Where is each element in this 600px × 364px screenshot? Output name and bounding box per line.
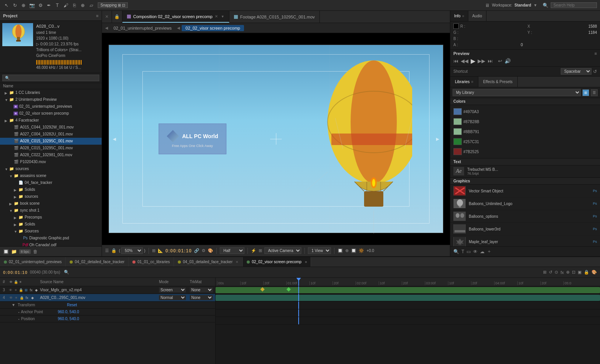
zoom-select[interactable]: 50%100%25% [121, 247, 143, 254]
tree-item-face-tracker[interactable]: ▶ 📄 04_face_tracker [0, 179, 102, 186]
tree-item-precomps[interactable]: ▶ 📁 Precomps [0, 214, 102, 221]
tree-item-sources2[interactable]: ▶ 📁 sources [0, 193, 102, 200]
audio-tab[interactable]: Audio [468, 11, 486, 21]
clone-tool-icon[interactable]: ⎘ [71, 2, 78, 9]
layer-mode-select-3[interactable]: ScreenNormal [159, 287, 186, 292]
camera-tool-icon[interactable]: 📷 [28, 2, 35, 9]
camera-select[interactable]: Active Camera [264, 247, 301, 254]
channel-icon3[interactable]: 🔲 [351, 248, 356, 253]
tree-item-vid1[interactable]: ▶ 🎬 A015_C044_10292W_001.mov [0, 124, 102, 131]
keyframe-icon-3[interactable]: ◆ [34, 288, 38, 292]
color-item-5[interactable]: #7B2525 [453, 147, 597, 156]
tl-ctrl-4[interactable]: fx [560, 270, 564, 275]
tree-item-cc-libs[interactable]: ▶ 📁 1 CC Libraries [0, 89, 102, 96]
tree-item-assasins[interactable]: ▼ 📁 assasins scene [0, 172, 102, 179]
loop-icon[interactable]: ↩ [498, 58, 502, 64]
pen-tool-icon[interactable]: ✒ [45, 2, 52, 9]
tab-close-btn[interactable]: ✕ [102, 11, 112, 23]
list-view-button[interactable]: ☰ [591, 89, 598, 96]
timeline-tab-5[interactable]: 02_02_visor screen precomp ≡ [243, 257, 311, 267]
timeline-tab-1[interactable]: 02_01_uninterrupted_previews [0, 257, 66, 267]
tree-item-sources[interactable]: ▼ 📁 sources [0, 165, 102, 172]
tl-close-icon-4[interactable]: ✕ [236, 260, 239, 264]
cloud-lib-icon[interactable]: ☁ [480, 249, 485, 254]
tl-ctrl-2[interactable]: ↺ [549, 270, 552, 275]
tree-item-vid2[interactable]: ▶ 🎬 A027_C004_10282U_001.mov [0, 131, 102, 138]
layer-row-3[interactable]: 3 👁 ☀ 🔒 ⊞ fx ◆ Visor_Mgfx_grn_v2.mp4 Scr… [0, 286, 215, 294]
step-forward-icon[interactable]: ▶▶ [478, 58, 485, 64]
tab-footage[interactable]: Footage A028_C015_10295C_001.mov [229, 11, 320, 23]
zoom-tool-icon[interactable]: ⊕ [20, 2, 27, 9]
libraries-tab[interactable]: Libraries ≡ [450, 77, 478, 87]
graphic-item-1[interactable]: Vector Smart Object Ps [450, 185, 600, 197]
tl-ctrl-9[interactable]: 🎨 [592, 270, 597, 275]
graphic-item-2[interactable]: Balloons_Unlimited_Logo Ps [450, 197, 600, 210]
tab-comp[interactable]: Composition 02_02_visor screen precomp ✕… [122, 11, 229, 23]
tree-item-facetracker[interactable]: ▶ 📁 4 Facetracker [0, 117, 102, 124]
snapping-button[interactable]: Snapping ⊞ ⊡ [98, 2, 128, 8]
graphic-item-5[interactable]: Maple_leaf_layer Ps [450, 235, 600, 246]
sub-tab-2[interactable]: 02_02_visor screen precomp [182, 25, 244, 31]
tl-ctrl-3[interactable]: ⊙ [555, 270, 558, 275]
timeline-tab-2[interactable]: 04_02_detailed_face_tracker [66, 257, 129, 267]
sub-tab-arrow-left[interactable]: ◀ [105, 26, 108, 30]
workspace-dropdown-icon[interactable]: ▼ [533, 3, 537, 7]
tree-item-vid6[interactable]: ▶ 🎬 P1020430.mov [0, 159, 102, 165]
graphic-item-3[interactable]: Balloons_options Ps [450, 210, 600, 223]
preview-menu-icon[interactable]: ≡ [595, 51, 597, 56]
sub-tab-1[interactable]: 02_01_uninterrupted_previews [110, 25, 175, 31]
tree-item-diag[interactable]: ▶ Ps Diagnostic Graphic.psd [0, 235, 102, 242]
layer-mode-select-4[interactable]: Normal [159, 295, 186, 300]
goto-start-icon[interactable]: ⏮ [453, 58, 458, 64]
transform-reset[interactable]: Reset [67, 303, 77, 307]
grid-icon[interactable]: ⊞ [152, 248, 155, 253]
solo-icon-3[interactable]: ☀ [13, 288, 18, 292]
tree-item-comp02[interactable]: ▶ ▣ 02_02_visor screen precomp [0, 110, 102, 117]
layer-trkmat-select-4[interactable]: None [190, 295, 213, 300]
puppet-tool-icon[interactable]: ⊕ [79, 2, 86, 9]
project-search-input[interactable] [2, 75, 99, 81]
solo-icon-4[interactable]: ☀ [14, 296, 18, 300]
tree-item-comp01[interactable]: ▶ ▣ 02_01_uninterrupted_previews [0, 103, 102, 110]
position-value[interactable]: 960.0, 540.0 [58, 317, 79, 321]
settings-icon[interactable]: ⚙ [37, 2, 44, 9]
color-item-3[interactable]: #8BB791 [453, 127, 597, 136]
tree-item-vid4[interactable]: ▶ 🎬 A028_C015_10295C_001.mov [0, 145, 102, 152]
color-item-4[interactable]: #257C31 [453, 137, 597, 146]
tl-ctrl-6[interactable]: ⊡ [572, 270, 575, 275]
tree-item-sources3[interactable]: ▼ 📁 Sources [0, 228, 102, 235]
view-select[interactable]: 1 View [308, 247, 331, 254]
lock-icon-4[interactable]: 🔒 [19, 296, 24, 300]
ruler-playhead[interactable] [298, 278, 299, 286]
view-lib-icon[interactable]: 👁 [473, 249, 478, 254]
track-bar-3[interactable] [216, 287, 600, 293]
library-select[interactable]: My Library [453, 89, 581, 96]
layer-trkmat-select-3[interactable]: None [190, 287, 213, 292]
graphic-item-4[interactable]: Balloons_lower3rd Ps [450, 223, 600, 235]
select-tool-icon[interactable]: ↖ [3, 2, 10, 9]
tl-ctrl-7[interactable]: ▣ [578, 270, 582, 275]
tree-item-sync-shot[interactable]: ▼ 📁 sync shot 1 [0, 207, 102, 214]
tree-item-book-scene[interactable]: ▶ 📁 book scene [0, 200, 102, 207]
search-tl-icon[interactable]: 🔍 [64, 270, 69, 275]
libraries-menu-icon[interactable]: ≡ [471, 80, 473, 84]
step-back-icon[interactable]: ◀◀ [461, 58, 468, 64]
shape-tool-icon[interactable]: ▱ [88, 2, 95, 9]
exposure-icon[interactable]: 🔆 [359, 248, 364, 253]
text-style-item-1[interactable]: Ae Trebuchet MS B... 76.54pt [450, 165, 600, 177]
tree-item-canada[interactable]: ▶ Pdf Oh Canada!.pdf [0, 242, 102, 247]
tl-ctrl-8[interactable]: 🔒 [584, 270, 589, 275]
effects-presets-tab[interactable]: Effects & Presets [478, 77, 518, 87]
anchor-point-value[interactable]: 960.0, 540.0 [58, 310, 79, 314]
layer-row-4[interactable]: 4 👁 ☀ 🔒 fx ◆ A028_C0...295C_001.mov Norm… [0, 294, 215, 302]
track-bar-4[interactable] [216, 295, 600, 301]
vis-icon-4[interactable]: 👁 [8, 296, 13, 300]
timeline-tab-4[interactable]: 04_03_detailed_face_tracker ✕ [174, 257, 243, 267]
grid-view-button[interactable]: ⊞ [582, 89, 589, 96]
search-input[interactable] [551, 2, 597, 8]
audio-preview-icon[interactable]: 🔊 [505, 58, 511, 64]
resolution-select[interactable]: HalfFullQuarter [220, 247, 244, 254]
tree-item-vid3[interactable]: ▶ 🎬 A028_C015_10295C_001.mov [0, 138, 102, 145]
channel-icons[interactable]: 🔲 [338, 248, 343, 253]
tree-item-unint[interactable]: ▼ 📁 2 Uninterrupted Preview [0, 96, 102, 103]
